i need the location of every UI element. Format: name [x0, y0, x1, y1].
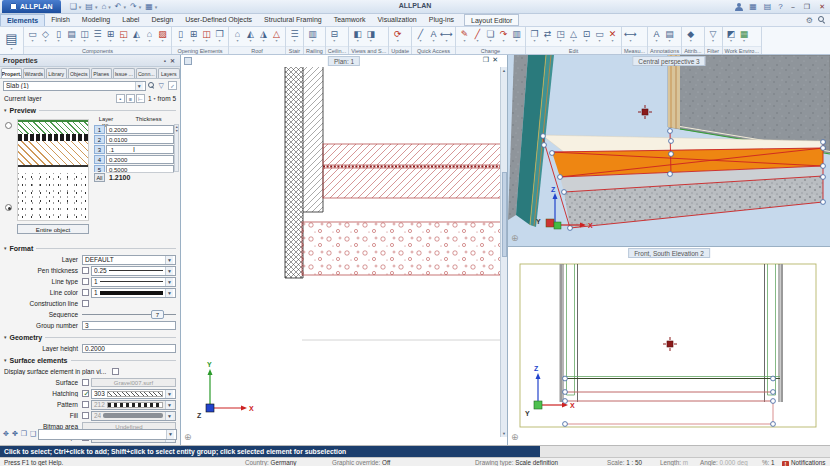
chevron-down-icon[interactable]: ▾ [124, 4, 127, 10]
element-select[interactable]: Slab (1) ▼ [3, 81, 146, 91]
fill-select[interactable]: 24 ▼ [91, 411, 176, 421]
layer-list-icon[interactable]: ≡ [126, 94, 135, 103]
components-tool-icon-10[interactable]: ⌂▾ [143, 30, 156, 44]
components-tool-icon-11[interactable]: ▨▾ [156, 30, 169, 44]
plan-drawing[interactable]: Y X Z [181, 67, 501, 445]
tab-layout-editor[interactable]: Layout Editor [464, 14, 519, 26]
components-tool-icon-1[interactable]: ▭▾ [26, 30, 39, 44]
edit-tool-icon-1[interactable]: ❐▾ [528, 30, 541, 44]
match-parameters-icon[interactable]: ✥ [2, 430, 10, 438]
entire-object-button[interactable]: Entire object [17, 224, 89, 234]
components-tool-icon-3[interactable]: ▯▾ [52, 30, 65, 44]
chevron-down-icon[interactable]: ▾ [139, 4, 142, 10]
load-favorite-icon[interactable]: ❒ [20, 430, 28, 438]
quick-access-icon-2[interactable]: ▤ [84, 1, 94, 13]
work-enviro-tool-icon-2[interactable]: ▦▾ [738, 30, 751, 44]
sequence-slider-handle[interactable]: 7 [151, 310, 164, 319]
layer-next-icon[interactable]: ⊢ [136, 94, 145, 103]
layer-number[interactable]: 5 [94, 165, 105, 173]
layer-thickness-input[interactable]: 0.5000 [106, 165, 174, 173]
palette-tab-issue[interactable]: Issue ... [113, 68, 135, 78]
properties-palette-button[interactable]: ▤ ▾ [0, 27, 24, 54]
length-status[interactable]: Length: m [660, 459, 688, 466]
layer-number[interactable]: 2 [94, 135, 105, 144]
chevron-down-icon[interactable]: ▼ [165, 390, 173, 398]
opening-elements-tool-icon-1[interactable]: ▯▾ [174, 30, 187, 44]
quick-access-icon-4[interactable]: ↶ [114, 1, 123, 13]
scale-status[interactable]: Scale: 1 : 50 [607, 459, 642, 466]
tab-design[interactable]: Design [145, 14, 179, 26]
quick-access-tool-icon-3[interactable]: ⟷▾ [440, 30, 453, 44]
drawing-type-status[interactable]: Drawing type: Scale definition [475, 459, 558, 466]
chevron-down-icon[interactable]: ▾ [154, 96, 156, 101]
layer-prev-icon[interactable]: ▪ [116, 94, 125, 103]
maximize-viewport-icon[interactable]: ❐ [483, 56, 489, 64]
edit-tool-icon-6[interactable]: ▭▾ [593, 30, 606, 44]
line-type-checkbox[interactable] [82, 278, 89, 285]
shop-icon[interactable]: ▤ [763, 1, 773, 13]
pen-thickness-select[interactable]: 0.25 ▼ [91, 266, 176, 276]
current-layer-value[interactable]: 1 [148, 95, 152, 102]
chevron-down-icon[interactable]: ▼ [165, 256, 173, 264]
section-format-header[interactable]: ▾ Format [0, 242, 180, 254]
railing-tool-icon-1[interactable]: ▥▾ [306, 30, 319, 44]
roof-tool-icon-2[interactable]: ◭▾ [244, 30, 257, 44]
quick-access-icon-1[interactable]: ❏ [69, 1, 78, 13]
quick-access-tool-icon-2[interactable]: A▾ [427, 30, 440, 44]
pattern-select[interactable]: 212 ▼ [91, 400, 176, 410]
edit-tool-icon-2[interactable]: ⇄▾ [541, 30, 554, 44]
opening-elements-tool-icon-2[interactable]: ⊞▾ [187, 30, 200, 44]
minimize-button[interactable]: − [789, 4, 797, 11]
scroll-thumb[interactable] [502, 172, 507, 257]
attrib-tool-icon-1[interactable]: ◆▾ [684, 30, 697, 44]
components-tool-icon-9[interactable]: ◭▾ [130, 30, 143, 44]
line-color-checkbox[interactable] [82, 289, 89, 296]
components-tool-icon-6[interactable]: ☰▾ [91, 30, 104, 44]
pen-thickness-checkbox[interactable] [82, 267, 89, 274]
chevron-down-icon[interactable]: ▼ [166, 430, 174, 439]
roof-tool-icon-4[interactable]: △▾ [270, 30, 283, 44]
perspective-drawing[interactable]: Z X Y [508, 55, 830, 247]
section-preview-header[interactable]: ▾ Preview [0, 104, 180, 116]
connect-icon[interactable]: ▦ [748, 1, 758, 13]
tab-structural-framing[interactable]: Structural Framing [258, 14, 328, 26]
layer-thickness-input[interactable]: .1I [106, 145, 174, 154]
change-tool-icon-4[interactable]: ↷▾ [497, 30, 510, 44]
sequence-slider[interactable]: 7 [82, 310, 176, 319]
pan-navigation-icon[interactable]: ⊕ [511, 432, 519, 442]
change-tool-icon-1[interactable]: ✎▾ [458, 30, 471, 44]
close-button[interactable]: ✕ [817, 3, 827, 11]
search-icon[interactable] [148, 82, 156, 90]
edit-tool-icon-5[interactable]: ⊡▾ [580, 30, 593, 44]
annotations-tool-icon-2[interactable]: ▤▾ [663, 30, 676, 44]
surface-checkbox[interactable] [82, 379, 89, 386]
chevron-down-icon[interactable]: ▾ [79, 4, 82, 10]
chevron-down-icon[interactable]: ▼ [165, 267, 173, 275]
measu-tool-icon-1[interactable]: ⟷▾ [624, 30, 637, 44]
construction-line-checkbox[interactable] [82, 300, 89, 307]
change-tool-icon-5[interactable]: ▥▾ [510, 30, 523, 44]
tab-teamwork[interactable]: Teamwork [328, 14, 372, 26]
notifications-status[interactable]: !Notifications [782, 459, 825, 466]
group-number-input[interactable]: 3 [82, 321, 176, 330]
chevron-down-icon[interactable]: ▼ [135, 82, 143, 90]
user-account-icon[interactable] [734, 3, 743, 12]
layer-select[interactable]: DEFAULT ▼ [82, 255, 176, 265]
favorite-select[interactable]: ▼ [38, 429, 177, 440]
hatching-select[interactable]: 303 ▼ [91, 389, 176, 399]
tab-plug-ins[interactable]: Plug-ins [423, 14, 460, 26]
layer-table-scrollbar[interactable]: ▲▼ [174, 124, 179, 172]
change-tool-icon-2[interactable]: ╱▾ [471, 30, 484, 44]
all-layers-button[interactable]: All [94, 173, 105, 182]
views-and-s-tool-icon-1[interactable]: ◧▾ [351, 30, 364, 44]
components-tool-icon-5[interactable]: ◫▾ [78, 30, 91, 44]
quick-access-icon-5[interactable]: ↷ [129, 1, 138, 13]
elevation-viewport-title[interactable]: Front, South Elevation 2 [628, 248, 710, 258]
search-icon[interactable] [818, 16, 826, 24]
app-menu-button[interactable]: ALLPLAN [2, 0, 61, 13]
radio-single-layer[interactable] [5, 122, 12, 129]
components-tool-icon-2[interactable]: ◇▾ [39, 30, 52, 44]
pan-navigation-icon[interactable]: ⊕ [511, 233, 519, 243]
components-tool-icon-7[interactable]: ⊞▾ [104, 30, 117, 44]
tab-visualization[interactable]: Visualization [372, 14, 423, 26]
